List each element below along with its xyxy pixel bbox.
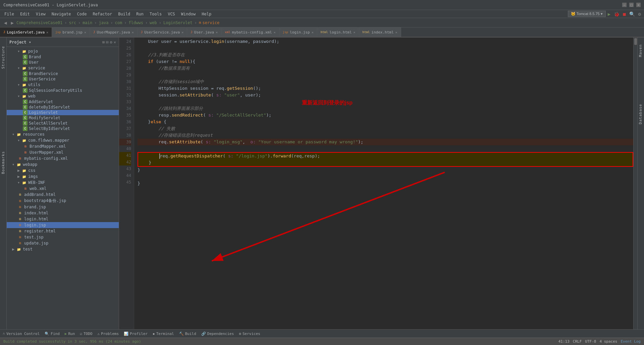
build-button[interactable]: 🔨 Build [179,332,196,336]
tree-modifyservlet[interactable]: C ModifyServlet [7,115,119,121]
tab-userservice[interactable]: J UserService.java ✕ [138,27,187,37]
settings-icon[interactable]: ⚙ [637,11,642,17]
profiler-button[interactable]: 📊 Profiler [124,332,148,336]
tree-user[interactable]: C User [7,60,119,65]
code-lines[interactable]: User user = userService.login(username, … [134,38,633,329]
version-control-button[interactable]: ⑃ Version Control [3,332,40,336]
tree-loginhtml[interactable]: 🗎 login.html [7,216,119,222]
tab-loginjsp[interactable]: jsp login.jsp ✕ [279,27,317,37]
tree-webxml[interactable]: 🗎 web.xml [7,186,119,192]
breadcrumb-java[interactable]: java [99,20,108,25]
forward-button[interactable]: ▶ [9,19,15,26]
tab-close-usermapper[interactable]: ✕ [132,30,134,34]
tree-selectall[interactable]: C SelectAllServlet [7,121,119,126]
tab-loginhtml[interactable]: html login.html ✕ [317,27,359,37]
tree-web-folder[interactable]: ▾ 📁 web [7,93,119,99]
tree-testjsp[interactable]: 🗎 test.jsp [7,234,119,240]
tab-close-loginhtml[interactable]: ✕ [354,30,356,34]
tree-utils-folder[interactable]: ▾ 📁 utils [7,82,119,88]
todo-button[interactable]: ☑ TODO [80,332,92,336]
database-icon[interactable]: Database [638,97,644,131]
tree-indexhtml[interactable]: 🗎 index.html [7,210,119,216]
minimize-button[interactable]: — [622,3,627,7]
menu-code[interactable]: Code [74,11,90,17]
terminal-button[interactable]: ▪ Terminal [153,332,174,336]
menu-navigate[interactable]: Navigate [49,11,74,17]
tree-addbrand[interactable]: 🗎 addBrand.html [7,192,119,198]
services-button[interactable]: ⚙ Services [239,332,260,336]
breadcrumb-src[interactable]: src [69,20,76,25]
tree-webapp-folder[interactable]: ▾ 📁 webapp [7,161,119,167]
menu-build[interactable]: Build [115,11,133,17]
tab-usermapper[interactable]: J UserMapper.java ✕ [90,27,138,37]
search-icon[interactable]: 🔍 [628,11,636,17]
tree-addservlet[interactable]: C AddServlet [7,99,119,105]
breadcrumb-com[interactable]: com [115,20,122,25]
event-log-button[interactable]: Event Log [621,339,641,344]
tab-close-userservice[interactable]: ✕ [181,30,183,34]
bookmarks-icon[interactable]: Bookmarks [0,144,6,181]
breadcrumb-fldwws[interactable]: fldwws [129,20,143,25]
find-button[interactable]: 🔍 Find [45,332,60,336]
tree-pojo-folder[interactable]: ▾ 📁 pojo [7,48,119,54]
breadcrumb-project[interactable]: ComprehensiveCase01 [16,20,62,25]
breadcrumb-loginservlet[interactable]: LoginServlet [163,20,193,25]
tree-usermapper[interactable]: 🗎 UserMapper.xml [7,149,119,155]
right-scroll[interactable] [633,38,637,329]
debug-button[interactable]: 🐞 [612,11,621,17]
breadcrumb-web[interactable]: web [150,20,157,25]
tree-css-folder[interactable]: ▶ 📁 css [7,167,119,174]
tab-close-loginjsp[interactable]: ✕ [312,30,314,34]
menu-edit[interactable]: Edit [17,11,33,17]
code-editor[interactable]: 24 25 26 27 28 29 30 31 32 33 34 35 36 3… [119,38,637,329]
tomcat-button[interactable]: 🐱 Tomcat 8.5.75 ▾ [568,11,606,17]
menu-window[interactable]: Window [178,11,198,17]
run-toolbar-button[interactable]: ▶ Run [65,332,75,336]
tree-brand[interactable]: C Brand [7,54,119,60]
tree-webinf-folder[interactable]: ▾ 📁 WEB-INF [7,180,119,186]
tree-brandjsp[interactable]: 🗎 brand.jsp [7,204,119,210]
panel-settings-icon[interactable]: ⚙ [110,40,112,45]
tab-close-loginservlet[interactable]: ✕ [46,30,48,34]
dependencies-button[interactable]: 🔗 Dependencies [201,332,234,336]
tree-registerhtml[interactable]: 🗎 register.html [7,228,119,234]
tree-brandmapper[interactable]: 🗎 BrandMapper.xml [7,143,119,149]
tab-brand[interactable]: jsp brand.jsp ✕ [52,27,90,37]
tree-mybatis[interactable]: 🗎 mybatis-config.xml [7,155,119,161]
tree-sqlsession[interactable]: C SqlSessionFactoryUtils [7,88,119,93]
tab-loginservlet[interactable]: J LoginServlet.java ✕ [0,27,52,37]
tree-brandservice[interactable]: C BrandService [7,71,119,76]
tab-indexhtml[interactable]: html index.html ✕ [359,27,401,37]
tree-selectbyid[interactable]: C SelectByIdServlet [7,126,119,131]
tree-mapper-folder[interactable]: ▾ 📁 com.fldwws.mapper [7,137,119,143]
close-button[interactable]: ✕ [636,3,641,7]
tree-userservice[interactable]: C UserService [7,76,119,82]
tree-imgs-folder[interactable]: ▶ 📁 imgs [7,174,119,180]
tab-close-mybatis[interactable]: ✕ [274,30,276,34]
stop-button[interactable]: ■ [622,11,627,17]
tree-loginjsp[interactable]: 🗎 login.jsp [7,222,119,228]
tab-user[interactable]: J User.java ✕ [187,27,221,37]
tree-test-folder[interactable]: ▶ 📁 test [7,246,119,252]
tab-close-brand[interactable]: ✕ [84,30,86,34]
tree-bootstrap[interactable]: 🗎 bootstrap4备份.jsp [7,198,119,204]
tree-updatejsp[interactable]: 🗎 update.jsp [7,240,119,246]
menu-file[interactable]: File [2,11,17,17]
breadcrumb-main[interactable]: main [83,20,92,25]
problems-button[interactable]: ⚠ Problems [97,332,119,336]
tree-service-folder[interactable]: ▾ 📁 service [7,65,119,71]
maximize-button[interactable]: □ [629,3,634,7]
menu-tools[interactable]: Tools [147,11,164,17]
menu-refactor[interactable]: Refactor [90,11,115,17]
tree-deleteservlet[interactable]: C deleteByIdServlet [7,105,119,110]
expand-all-icon[interactable]: ⊞ [102,40,105,45]
tab-mybatis[interactable]: xml mybatis-config.xml ✕ [221,27,279,37]
menu-run[interactable]: Run [133,11,146,17]
run-button[interactable]: ▶ [606,11,612,17]
tab-close-indexhtml[interactable]: ✕ [395,30,397,34]
maven-icon[interactable]: Maven [638,38,644,64]
panel-close-icon[interactable]: ✕ [114,40,116,45]
tab-close-user[interactable]: ✕ [216,30,218,34]
collapse-all-icon[interactable]: ⊟ [106,40,108,45]
menu-view[interactable]: View [33,11,48,17]
